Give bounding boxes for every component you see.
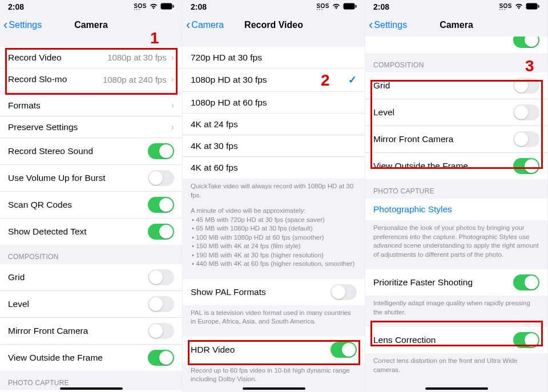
- footer-pal: PAL is a television video format used in…: [183, 305, 365, 332]
- group-truncated: x: [365, 37, 547, 53]
- option-1080p-60[interactable]: 1080p HD at 60 fps: [183, 92, 365, 114]
- sos-icon: SOS: [499, 3, 512, 9]
- back-label: Camera: [191, 20, 224, 30]
- filesize-line: • 190 MB with 4K at 30 fps (higher resol…: [191, 251, 357, 260]
- nav-bar: ‹ Settings Camera: [365, 14, 547, 37]
- home-indicator: [60, 387, 123, 390]
- group-photo-styles: Photographic Styles: [365, 199, 547, 220]
- toggle-level[interactable]: [513, 104, 539, 120]
- row-mirror-front[interactable]: Mirror Front Camera: [365, 126, 547, 153]
- checkmark-icon: ✓: [348, 74, 357, 86]
- status-time: 2:08: [373, 2, 389, 11]
- row-grid[interactable]: Grid: [0, 264, 182, 291]
- svg-rect-1: [173, 5, 174, 8]
- toggle-stereo[interactable]: [148, 143, 174, 159]
- toggle-outside-frame[interactable]: [513, 158, 539, 174]
- row-preserve-settings[interactable]: Preserve Settings ›: [0, 116, 182, 138]
- back-button[interactable]: ‹ Camera: [186, 19, 224, 31]
- toggle-level[interactable]: [148, 296, 174, 312]
- row-label: Record Slo-mo: [8, 74, 103, 84]
- toggle-detected-text[interactable]: [513, 37, 539, 48]
- row-mirror-front[interactable]: Mirror Front Camera: [0, 318, 182, 345]
- back-button[interactable]: ‹ Settings: [369, 19, 407, 31]
- toggle-mirror[interactable]: [513, 131, 539, 147]
- annotation-number-3: 3: [525, 57, 534, 75]
- row-detected-text[interactable]: x: [365, 37, 547, 53]
- sos-icon: SOS: [134, 3, 147, 9]
- row-label: Photographic Styles: [373, 204, 539, 215]
- row-record-slomo[interactable]: Record Slo-mo 1080p at 240 fps ›: [0, 68, 182, 90]
- row-level[interactable]: Level: [365, 99, 547, 126]
- row-detected-text[interactable]: Show Detected Text: [0, 219, 182, 245]
- section-header-photo-capture: PHOTO CAPTURE: [365, 179, 547, 199]
- home-indicator: [425, 387, 488, 390]
- status-bar: 2:08 SOS: [365, 0, 547, 14]
- phone-1: 2:08 SOS ‹ Settings Camera Record Video …: [0, 0, 183, 392]
- row-volume-burst[interactable]: Use Volume Up for Burst: [0, 165, 182, 192]
- section-header-composition: COMPOSITION: [0, 245, 182, 264]
- home-indicator: [243, 387, 305, 390]
- row-record-video[interactable]: Record Video 1080p at 30 fps ›: [0, 47, 182, 68]
- row-prioritize-faster[interactable]: Prioritize Faster Shooting: [365, 269, 547, 296]
- option-1080p-30[interactable]: 1080p HD at 30 fps ✓: [183, 68, 365, 92]
- toggle-grid[interactable]: [148, 269, 174, 285]
- row-level[interactable]: Level: [0, 291, 182, 318]
- toggle-lens[interactable]: [513, 332, 539, 348]
- status-bar: 2:08 SOS: [183, 0, 365, 14]
- annotation-number-1: 1: [150, 29, 159, 47]
- toggle-pal[interactable]: [331, 284, 357, 300]
- row-hdr-video[interactable]: HDR Video: [183, 337, 365, 363]
- wifi-icon: [332, 3, 341, 11]
- row-label: Scan QR Codes: [8, 200, 148, 210]
- chevron-right-icon: ›: [171, 100, 174, 111]
- content-area: x COMPOSITION Grid Level Mirror Front Ca…: [365, 37, 547, 392]
- toggle-grid[interactable]: [513, 78, 539, 94]
- row-scan-qr[interactable]: Scan QR Codes: [0, 192, 182, 219]
- row-view-outside-frame[interactable]: View Outside the Frame: [365, 153, 547, 179]
- row-label: 4K at 60 fps: [191, 163, 357, 173]
- row-label: Lens Correction: [373, 335, 513, 345]
- row-label: Preserve Settings: [8, 122, 167, 132]
- back-button[interactable]: ‹ Settings: [3, 19, 42, 31]
- footer-styles: Personalize the look of your photos by b…: [365, 220, 547, 265]
- filesize-line: • 65 MB with 1080p HD at 30 fps (default…: [191, 224, 357, 233]
- toggle-volume-burst[interactable]: [148, 170, 174, 186]
- toggle-mirror[interactable]: [148, 323, 174, 339]
- chevron-right-icon: ›: [171, 122, 174, 132]
- nav-bar: ‹ Camera Record Video: [183, 14, 365, 37]
- chevron-left-icon: ‹: [3, 19, 7, 31]
- svg-rect-4: [526, 3, 538, 10]
- row-label: Grid: [8, 272, 148, 282]
- option-720p-30[interactable]: 720p HD at 30 fps: [183, 47, 365, 68]
- row-label: View Outside the Frame: [373, 161, 513, 171]
- status-bar: 2:08 SOS: [0, 0, 182, 14]
- filesize-intro: A minute of video will be approximately:: [191, 207, 305, 214]
- row-view-outside-frame[interactable]: View Outside the Frame: [0, 345, 182, 371]
- row-label: Record Video: [8, 52, 107, 63]
- row-stereo-sound[interactable]: Record Stereo Sound: [0, 138, 182, 165]
- toggle-faster[interactable]: [513, 274, 539, 290]
- row-formats[interactable]: Formats ›: [0, 95, 182, 116]
- battery-icon: [526, 3, 539, 11]
- chevron-right-icon: ›: [171, 52, 174, 63]
- toggle-outside-frame[interactable]: [148, 350, 174, 366]
- row-photographic-styles[interactable]: Photographic Styles: [365, 199, 547, 220]
- row-label: 720p HD at 30 fps: [191, 52, 357, 63]
- toggle-scan-qr[interactable]: [148, 197, 174, 213]
- option-4k-60[interactable]: 4K at 60 fps: [183, 157, 365, 179]
- option-4k-24[interactable]: 4K at 24 fps: [183, 114, 365, 135]
- row-label: 4K at 30 fps: [191, 141, 357, 151]
- row-grid[interactable]: Grid: [365, 72, 547, 99]
- row-label: Level: [373, 107, 513, 118]
- row-label: View Outside the Frame: [8, 353, 148, 363]
- page-title: Camera: [74, 20, 108, 30]
- option-4k-30[interactable]: 4K at 30 fps: [183, 135, 365, 157]
- toggle-hdr[interactable]: [331, 342, 357, 358]
- footer-hdr: Record up to 60 fps video in 10-bit high…: [183, 363, 365, 390]
- toggle-detected-text[interactable]: [148, 224, 174, 240]
- row-show-pal[interactable]: Show PAL Formats: [183, 279, 365, 305]
- group-faster: Prioritize Faster Shooting: [365, 269, 547, 296]
- page-title: Record Video: [244, 20, 303, 30]
- row-value: 1080p at 240 fps: [103, 75, 167, 84]
- row-lens-correction[interactable]: Lens Correction: [365, 327, 547, 353]
